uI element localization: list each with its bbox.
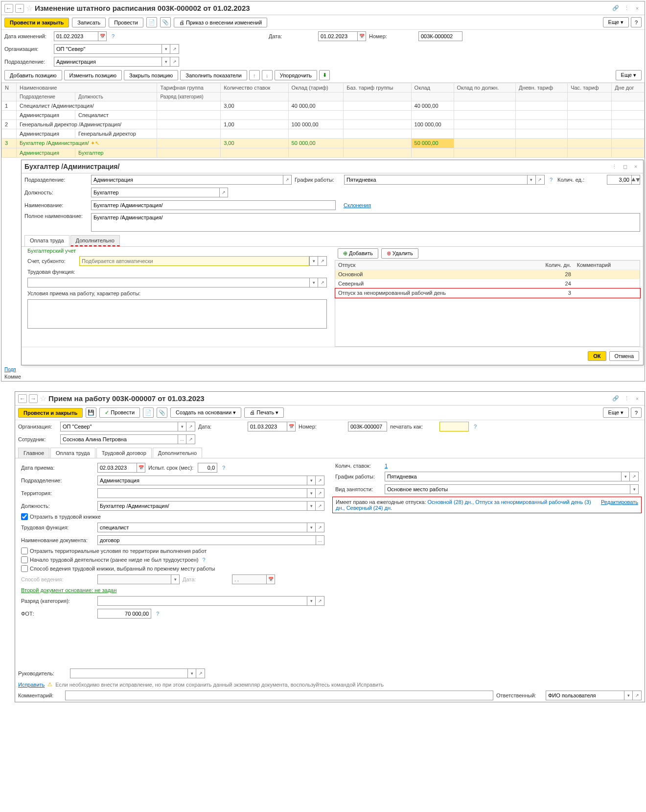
declension-link[interactable]: Склонения — [344, 202, 371, 208]
open-icon[interactable]: ↗ — [170, 44, 179, 54]
table-row[interactable]: Администрация Генеральный директор — [2, 129, 645, 139]
dept-input[interactable] — [97, 476, 307, 485]
calendar-icon[interactable]: 📅 — [287, 422, 296, 431]
dropdown-icon[interactable]: ▾ — [630, 484, 639, 494]
edit-link[interactable]: Редактировать — [601, 499, 638, 505]
sort-button[interactable]: Упорядочить — [275, 70, 317, 80]
number-input[interactable] — [418, 31, 462, 41]
print-button[interactable]: 🖨 Печать ▾ — [244, 407, 284, 418]
stepper-icon[interactable]: ⯅⯆ — [631, 175, 640, 185]
table-row[interactable]: Северный24 — [335, 279, 640, 288]
comment-input[interactable] — [65, 691, 493, 700]
ok-button[interactable]: ОК — [588, 351, 606, 361]
calendar-icon[interactable]: 📅 — [137, 463, 145, 473]
open-icon[interactable]: ↗ — [318, 256, 327, 266]
table-row-selected[interactable]: 3 Бухгалтер /Администрация/ ✦↖ 3,00 50 0… — [2, 139, 645, 148]
dept-input[interactable] — [54, 57, 162, 67]
help-button[interactable]: ? — [631, 407, 642, 418]
emp-type-input[interactable] — [385, 484, 630, 494]
trial-input[interactable] — [198, 463, 217, 473]
open-icon[interactable]: ↗ — [536, 175, 545, 185]
help-icon[interactable]: ? — [472, 424, 479, 430]
print-as-input[interactable] — [439, 422, 469, 431]
favorite-star-icon[interactable]: ☆ — [40, 394, 46, 403]
help-icon[interactable]: ? — [548, 177, 554, 183]
export-icon[interactable]: ⬇ — [319, 70, 330, 80]
number-input[interactable] — [348, 422, 387, 431]
save-button[interactable]: Записать — [72, 18, 106, 27]
favorite-star-icon[interactable]: ☆ — [26, 3, 33, 13]
conditions-input[interactable] — [27, 299, 327, 329]
move-down-icon[interactable]: ↓ — [262, 70, 273, 80]
table-row[interactable]: 1 Специалист /Администрация/ 3,00 40 000… — [2, 101, 645, 111]
nav-back-button[interactable]: ← — [18, 394, 27, 403]
position-input[interactable] — [91, 188, 219, 197]
select-icon[interactable]: … — [316, 535, 324, 545]
tab-pay[interactable]: Оплата труда — [50, 448, 95, 458]
table-row-selected[interactable]: Администрация Бухгалтер — [2, 148, 645, 158]
dept-input[interactable] — [91, 175, 283, 185]
work-func-input[interactable] — [27, 278, 309, 287]
work-func-input[interactable] — [97, 523, 307, 532]
more-icon[interactable]: ⋮ — [622, 4, 631, 13]
help-icon[interactable]: ? — [220, 465, 227, 471]
help-icon[interactable]: ? — [154, 611, 161, 617]
open-icon[interactable]: ↗ — [316, 523, 324, 532]
cancel-button[interactable]: Отмена — [609, 351, 639, 361]
fix-link[interactable]: Исправить — [18, 682, 45, 688]
close-icon[interactable]: × — [633, 394, 642, 403]
reflect-checkbox[interactable] — [21, 513, 28, 520]
link-icon[interactable]: 🔗 — [611, 4, 620, 13]
units-input[interactable] — [607, 175, 631, 185]
move-up-icon[interactable]: ↑ — [249, 70, 260, 80]
table-row[interactable]: Администрация Специалист — [2, 111, 645, 120]
more-icon[interactable]: ⋮ — [610, 162, 619, 171]
dropdown-icon[interactable]: ▾ — [162, 44, 170, 54]
table-row[interactable]: Отпуск за ненормированный рабочий день3 — [335, 288, 640, 298]
select-icon[interactable]: … — [178, 434, 186, 444]
terr-cond-checkbox[interactable] — [21, 548, 28, 554]
post-and-close-button[interactable]: Провести и закрыть — [18, 408, 83, 418]
open-icon[interactable]: ↗ — [633, 691, 642, 700]
post-button[interactable]: ✓ Провести — [99, 407, 140, 418]
tab-extra[interactable]: Дополнительно — [70, 235, 120, 246]
schedule-input[interactable] — [385, 472, 621, 481]
dropdown-icon[interactable]: ▾ — [307, 596, 316, 606]
dropdown-icon[interactable]: ▾ — [309, 278, 318, 287]
open-icon[interactable]: ↗ — [630, 472, 639, 481]
report-icon[interactable]: 📄 — [146, 17, 157, 27]
help-icon[interactable]: ? — [200, 557, 207, 563]
dropdown-icon[interactable]: ▾ — [309, 256, 318, 266]
org-input[interactable] — [54, 44, 162, 54]
open-icon[interactable]: ↗ — [316, 501, 324, 511]
calendar-icon[interactable]: 📅 — [98, 31, 107, 41]
open-icon[interactable]: ↗ — [170, 57, 179, 67]
open-icon[interactable]: ↗ — [318, 278, 327, 287]
territory-input[interactable] — [97, 488, 307, 498]
dropdown-icon[interactable]: ▾ — [527, 175, 536, 185]
edit-position-button[interactable]: Изменить позицию — [64, 70, 122, 80]
doc-name-input[interactable] — [97, 535, 316, 545]
dropdown-icon[interactable]: ▾ — [307, 488, 316, 498]
open-icon[interactable]: ↗ — [219, 188, 228, 197]
add-position-button[interactable]: Добавить позицию — [4, 70, 62, 80]
grade-input[interactable] — [97, 596, 307, 606]
dropdown-icon[interactable]: ▾ — [187, 669, 196, 678]
more-button[interactable]: Еще ▾ — [603, 17, 629, 27]
add-vacation-button[interactable]: ⊕ Добавить — [338, 248, 378, 259]
dropdown-icon[interactable]: ▾ — [307, 501, 316, 511]
attach-icon[interactable]: 📎 — [157, 407, 167, 418]
more-button[interactable]: Еще ▾ — [616, 70, 642, 80]
report-icon[interactable]: 📄 — [143, 407, 154, 418]
open-icon[interactable]: ↗ — [186, 422, 195, 431]
start-activity-checkbox[interactable] — [21, 556, 28, 563]
close-icon[interactable]: × — [633, 4, 642, 13]
head-input[interactable] — [70, 669, 187, 678]
delete-vacation-button[interactable]: ⊗ Удалить — [381, 248, 418, 259]
position-input[interactable] — [97, 501, 307, 511]
account-input[interactable] — [79, 256, 309, 266]
dropdown-icon[interactable]: ▾ — [621, 472, 630, 481]
open-icon[interactable]: ↗ — [316, 476, 324, 485]
order-button[interactable]: 🖨 Приказ о внесении изменений — [174, 18, 267, 27]
table-row[interactable]: Основной28 — [335, 270, 640, 279]
